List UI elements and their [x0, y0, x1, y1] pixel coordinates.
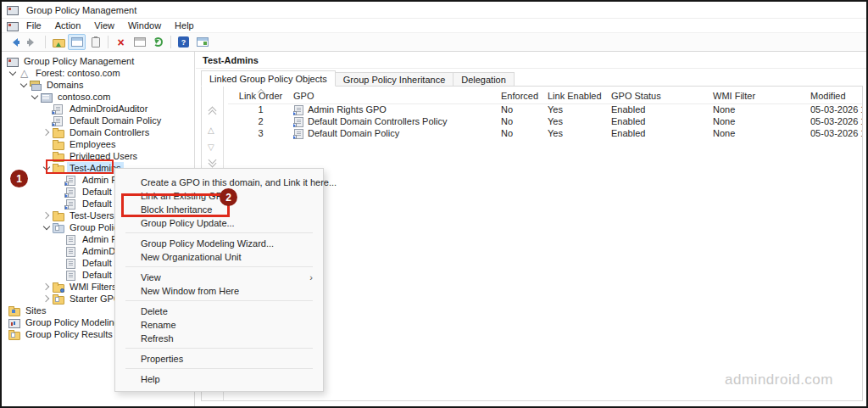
toolbar-separator [45, 36, 46, 48]
cell-gpo-status: Enabled [611, 115, 713, 127]
show-console-tree-button[interactable] [68, 34, 86, 50]
chevron-right-icon[interactable] [42, 128, 51, 137]
menu-separator [125, 348, 313, 349]
menu-separator [125, 266, 313, 267]
table-row[interactable]: 1 Admin Rights GPO No Yes Enabled None 0… [228, 103, 862, 115]
chevron-down-icon[interactable] [8, 69, 17, 77]
gpo-link-icon [293, 105, 304, 115]
tab-gp-inheritance[interactable]: Group Policy Inheritance [336, 72, 453, 87]
tree-item-label: contoso.com [55, 91, 113, 103]
table-row[interactable]: 2 Default Domain Controllers Policy No Y… [228, 115, 862, 127]
cell-modified: 05-03-2026 12:23: [810, 127, 862, 139]
gpo-icon [65, 271, 76, 280]
menu-item-new-ou[interactable]: New Organizational Unit [115, 250, 323, 264]
menu-item-refresh[interactable]: Refresh [115, 332, 323, 345]
forward-button[interactable] [24, 34, 42, 50]
tree-item-label: Test-Users [67, 210, 117, 221]
chevron-right-icon[interactable] [42, 211, 51, 220]
tree-item-domain-contoso[interactable]: contoso.com [2, 91, 194, 103]
tree-item-label: Group Policy Modeling [23, 316, 122, 328]
tree-item-gpo-link[interactable]: AdminDroidAuditor [2, 103, 194, 115]
gpo-icon [65, 235, 76, 244]
page-title: Test-Admins [203, 55, 259, 65]
gpo-link-icon [65, 176, 76, 185]
menu-file[interactable]: File [19, 20, 48, 31]
menu-item-delete[interactable]: Delete [115, 305, 323, 318]
col-enforced[interactable]: Enforced [501, 88, 548, 103]
chevron-down-icon[interactable] [31, 92, 39, 101]
sites-icon [8, 306, 19, 316]
new-window-button[interactable] [193, 34, 211, 50]
menu-item-gp-modeling-wizard[interactable]: Group Policy Modeling Wizard... [115, 237, 323, 250]
tree-item-forest[interactable]: △ Forest: contoso.com [2, 67, 194, 79]
menu-item-view[interactable]: View› [115, 271, 323, 284]
ou-folder-icon [53, 140, 64, 149]
tree-item-domains[interactable]: Domains [2, 79, 194, 91]
new-window-icon [197, 37, 209, 47]
gpmc-icon [7, 57, 18, 66]
console-icon [7, 21, 18, 31]
menu-item-gp-update[interactable]: Group Policy Update... [115, 216, 323, 230]
tree-item-label: WMI Filters [67, 281, 120, 293]
menu-help[interactable]: Help [168, 20, 201, 31]
menu-item-rename[interactable]: Rename [115, 318, 323, 332]
linked-gpo-table: Link Order GPO Enforced Link Enabled GPO… [228, 88, 862, 139]
menu-action[interactable]: Action [48, 20, 88, 31]
chevron-right-icon[interactable] [42, 282, 51, 291]
col-gpo[interactable]: GPO [293, 88, 501, 103]
menu-view[interactable]: View [87, 20, 121, 31]
up-one-level-button[interactable] [49, 34, 67, 50]
chevron-right-icon[interactable] [42, 294, 51, 303]
gpo-link-icon [293, 117, 304, 126]
menu-separator [125, 232, 313, 233]
col-link-order[interactable]: Link Order [228, 88, 293, 103]
col-gpo-status[interactable]: GPO Status [611, 88, 713, 103]
col-link-enabled[interactable]: Link Enabled [548, 88, 611, 103]
tab-strip: Linked Group Policy Objects Group Policy… [201, 70, 515, 87]
export-list-icon [134, 37, 146, 47]
tree-item-root[interactable]: Group Policy Management [2, 55, 194, 67]
menu-window[interactable]: Window [121, 20, 168, 31]
delete-x-icon: × [117, 36, 124, 48]
gpo-icon [65, 259, 76, 268]
properties-button[interactable] [86, 34, 104, 50]
tree-item-employees[interactable]: Employees [2, 138, 194, 150]
folder-up-icon [53, 37, 64, 47]
toolbar-separator [170, 36, 171, 48]
menu-item-create-gpo[interactable]: Create a GPO in this domain, and Link it… [115, 176, 323, 189]
move-down-button[interactable]: ▽ [208, 143, 214, 152]
toolbar-separator [108, 36, 108, 48]
domains-icon [30, 81, 41, 90]
tree-item-label: Sites [23, 305, 48, 316]
table-row[interactable]: 3 Default Domain Policy No Yes Enabled N… [228, 127, 862, 139]
ou-folder-icon [53, 128, 64, 137]
annotation-step-2-badge: 2 [220, 188, 237, 206]
chevron-down-icon[interactable] [19, 81, 28, 89]
annotation-step-1-badge: 1 [10, 170, 28, 187]
delete-button[interactable]: × [112, 34, 130, 50]
back-button[interactable] [5, 34, 23, 50]
export-list-button[interactable] [131, 34, 148, 50]
gpmc-window: Group Policy Management File Action View… [0, 0, 868, 408]
cell-link-enabled: Yes [548, 103, 611, 115]
cell-link-enabled: Yes [548, 127, 611, 139]
tab-delegation[interactable]: Delegation [453, 72, 515, 87]
col-modified[interactable]: Modified [810, 88, 862, 103]
chevron-down-icon[interactable] [42, 223, 51, 232]
col-wmi-filter[interactable]: WMI Filter [713, 88, 810, 103]
menu-item-help[interactable]: Help [115, 372, 323, 386]
help-button[interactable]: ? [175, 34, 192, 50]
forward-arrow-icon [27, 38, 38, 47]
tab-linked-gpos[interactable]: Linked Group Policy Objects [201, 70, 336, 87]
menu-item-new-window[interactable]: New Window from Here [115, 284, 323, 298]
tree-item-gpo-link[interactable]: Default Domain Policy [2, 115, 194, 126]
menu-item-properties[interactable]: Properties [115, 352, 323, 366]
window-title: Group Policy Management [26, 5, 136, 15]
move-up-button[interactable]: △ [208, 126, 214, 135]
tree-item-label: Group Policy Results [23, 328, 115, 340]
move-to-top-button[interactable] [208, 107, 217, 116]
clipboard-icon [92, 37, 100, 48]
gpo-container-icon [53, 223, 64, 232]
refresh-button[interactable] [149, 34, 167, 50]
tree-item-domain-controllers[interactable]: Domain Controllers [2, 126, 194, 138]
